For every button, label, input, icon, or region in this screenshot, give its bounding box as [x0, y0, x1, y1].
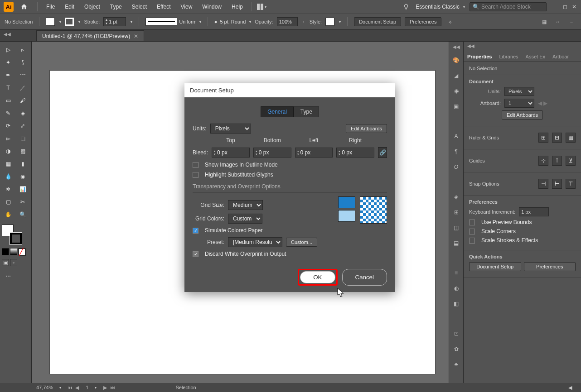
- curvature-tool[interactable]: 〰: [16, 70, 29, 81]
- dialog-tab-type[interactable]: Type: [294, 106, 319, 117]
- color-panel-icon[interactable]: 🎨: [452, 56, 461, 65]
- tab-libraries[interactable]: Libraries: [495, 52, 522, 62]
- first-artboard-icon[interactable]: ⏮: [67, 385, 73, 391]
- smart-guides-icon[interactable]: ⊺: [552, 156, 562, 166]
- transparency-panel-icon[interactable]: ◧: [452, 299, 461, 308]
- search-input[interactable]: 🔍Search Adobe Stock: [470, 2, 547, 11]
- dialog-edit-artboards-button[interactable]: Edit Artboards: [346, 124, 387, 133]
- arrange-docs-icon[interactable]: ▾: [257, 2, 266, 12]
- scroll-left-icon[interactable]: ◀: [568, 385, 572, 391]
- close-button[interactable]: ✕: [571, 4, 577, 10]
- collapse-chevrons-icon[interactable]: ◀◀: [4, 32, 11, 37]
- custom-button[interactable]: Custom...: [286, 238, 317, 247]
- transparency-grid-icon[interactable]: ▦: [566, 133, 576, 143]
- fill-stroke-control[interactable]: [2, 225, 22, 244]
- snap-point-icon[interactable]: ⊣: [538, 179, 548, 189]
- hand-tool[interactable]: ✋: [2, 209, 15, 220]
- none-mode-icon[interactable]: ╱: [18, 248, 25, 255]
- pathfinder-panel-icon[interactable]: ◫: [452, 223, 461, 232]
- grid-color-2[interactable]: [338, 210, 355, 222]
- ok-button[interactable]: OK: [300, 271, 335, 283]
- stroke-profile-dropdown[interactable]: Uniform▾: [145, 18, 201, 26]
- menu-view[interactable]: View: [177, 2, 197, 12]
- stroke-panel-icon[interactable]: ≡: [452, 268, 461, 277]
- grid-color-1[interactable]: [338, 196, 355, 208]
- bleed-link-icon[interactable]: 🔗: [378, 147, 387, 158]
- edit-toolbar-icon[interactable]: ⋯: [2, 271, 15, 282]
- minimize-button[interactable]: —: [553, 4, 559, 10]
- menu-select[interactable]: Select: [128, 2, 151, 12]
- type-tool[interactable]: T: [2, 82, 15, 93]
- slice-tool[interactable]: ✂: [16, 196, 29, 207]
- align-icon[interactable]: ⟡: [445, 17, 455, 27]
- selection-tool[interactable]: ▷: [2, 44, 15, 55]
- layers-panel-icon[interactable]: ◈: [452, 192, 461, 201]
- bleed-bottom-input[interactable]: ▴▾0 px: [253, 148, 291, 158]
- opentype-panel-icon[interactable]: O: [452, 163, 461, 172]
- screen-mode-icon[interactable]: ▣: [2, 259, 9, 266]
- bleed-top-input[interactable]: ▴▾0 px: [212, 148, 250, 158]
- menu-type[interactable]: Type: [106, 2, 126, 12]
- opacity-input[interactable]: 100%: [277, 17, 298, 26]
- bleed-left-input[interactable]: ▴▾0 px: [295, 148, 333, 158]
- close-tab-icon[interactable]: ✕: [134, 33, 138, 39]
- pen-tool[interactable]: ✒: [2, 70, 15, 81]
- eraser-tool[interactable]: ◈: [16, 108, 29, 119]
- dialog-units-select[interactable]: Pixels: [210, 124, 251, 134]
- brushes-panel-icon[interactable]: ◉: [452, 86, 461, 96]
- document-setup-button[interactable]: Document Setup: [354, 17, 401, 26]
- ruler-icon[interactable]: ⊞: [538, 133, 548, 143]
- style-swatch[interactable]: [325, 18, 334, 26]
- workspace-dropdown[interactable]: Essentials Classic▾: [413, 3, 468, 11]
- rectangle-tool[interactable]: ▭: [2, 95, 15, 106]
- cancel-button[interactable]: Cancel: [342, 269, 387, 286]
- swatches-panel-icon[interactable]: ◢: [452, 71, 461, 80]
- eyedropper-tool[interactable]: 💧: [2, 171, 15, 182]
- symbol-sprayer-tool[interactable]: ✲: [2, 184, 15, 195]
- artboard-number[interactable]: 1: [86, 385, 88, 390]
- panel-collapse-icon[interactable]: ◀◀: [464, 42, 581, 50]
- opt-menu-icon[interactable]: ≡: [566, 17, 576, 27]
- gradient-panel-icon[interactable]: ◐: [452, 284, 461, 293]
- direct-selection-tool[interactable]: ▹: [16, 44, 29, 55]
- menu-effect[interactable]: Effect: [153, 2, 174, 12]
- gradient-mode-icon[interactable]: [10, 248, 17, 255]
- artboard-select[interactable]: 1: [504, 99, 534, 108]
- tab-asset-export[interactable]: Asset Ex: [522, 52, 549, 62]
- fill-swatch[interactable]: [46, 18, 55, 26]
- lightbulb-icon[interactable]: [401, 2, 411, 12]
- stroke-weight-input[interactable]: ▴▾1 pt: [103, 17, 126, 26]
- menu-object[interactable]: Object: [80, 2, 104, 12]
- menu-help[interactable]: Help: [228, 2, 247, 12]
- use-preview-checkbox[interactable]: [469, 220, 475, 225]
- rotate-tool[interactable]: ⟳: [2, 120, 15, 131]
- asset-export-panel-icon[interactable]: ♣: [452, 360, 461, 369]
- maximize-button[interactable]: ◻: [562, 4, 568, 10]
- lock-guides-icon[interactable]: ⊻: [566, 156, 576, 166]
- lasso-tool[interactable]: ⟆: [16, 57, 29, 68]
- highlight-glyphs-checkbox[interactable]: [193, 172, 199, 178]
- paragraph-panel-icon[interactable]: ¶: [452, 147, 461, 156]
- shaper-tool[interactable]: ✎: [2, 108, 15, 119]
- align-panel-icon[interactable]: ⊞: [452, 208, 461, 217]
- kb-increment-input[interactable]: [519, 207, 549, 216]
- mesh-tool[interactable]: ▦: [2, 158, 15, 169]
- artboard-tool[interactable]: ▢: [2, 196, 15, 207]
- grid-icon[interactable]: ⊟: [552, 133, 562, 143]
- show-images-checkbox[interactable]: [193, 162, 199, 168]
- blend-tool[interactable]: ◉: [16, 171, 29, 182]
- free-transform-tool[interactable]: ⬚: [16, 133, 29, 144]
- brush-dropdown[interactable]: ●5 pt. Round▾: [214, 19, 252, 24]
- quick-doc-setup-button[interactable]: Document Setup: [469, 262, 521, 271]
- grid-colors-select[interactable]: Custom: [228, 214, 262, 224]
- shape-builder-tool[interactable]: ◑: [2, 146, 15, 157]
- tab-artboards[interactable]: Artboar: [549, 52, 572, 62]
- scale-tool[interactable]: ⤢: [16, 120, 29, 131]
- quick-preferences-button[interactable]: Preferences: [524, 262, 576, 271]
- snap-grid-icon[interactable]: ⊢: [552, 179, 562, 189]
- last-artboard-icon[interactable]: ⏭: [109, 385, 116, 391]
- graph-tool[interactable]: 📊: [16, 184, 29, 195]
- menu-file[interactable]: File: [42, 2, 59, 12]
- grid-size-select[interactable]: Medium: [228, 200, 263, 210]
- appearance-panel-icon[interactable]: ⊡: [452, 329, 461, 338]
